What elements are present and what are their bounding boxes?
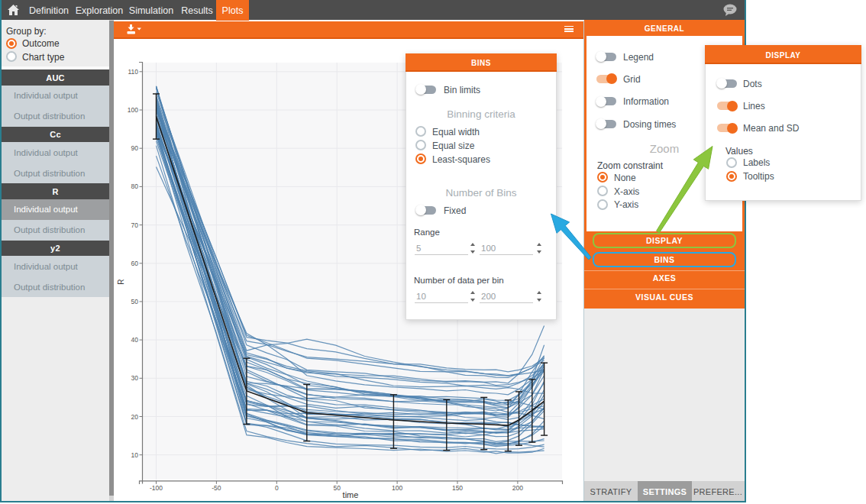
svg-text:200: 200 xyxy=(512,484,523,492)
svg-text:-50: -50 xyxy=(212,484,221,492)
svg-text:10: 10 xyxy=(131,451,139,459)
svg-text:100: 100 xyxy=(392,484,402,492)
svg-text:20: 20 xyxy=(131,413,139,421)
svg-text:70: 70 xyxy=(131,221,139,229)
svg-text:50: 50 xyxy=(333,484,341,492)
svg-text:-100: -100 xyxy=(150,484,163,492)
svg-text:80: 80 xyxy=(131,183,139,190)
svg-text:110: 110 xyxy=(128,68,138,76)
svg-text:time: time xyxy=(343,490,359,499)
svg-text:90: 90 xyxy=(131,144,139,152)
svg-text:150: 150 xyxy=(452,484,463,492)
svg-text:R: R xyxy=(117,279,125,284)
svg-text:60: 60 xyxy=(131,260,139,267)
svg-text:0: 0 xyxy=(275,484,279,492)
svg-text:40: 40 xyxy=(131,336,139,344)
svg-text:100: 100 xyxy=(128,106,138,114)
svg-text:30: 30 xyxy=(131,374,139,382)
svg-text:50: 50 xyxy=(131,298,139,305)
